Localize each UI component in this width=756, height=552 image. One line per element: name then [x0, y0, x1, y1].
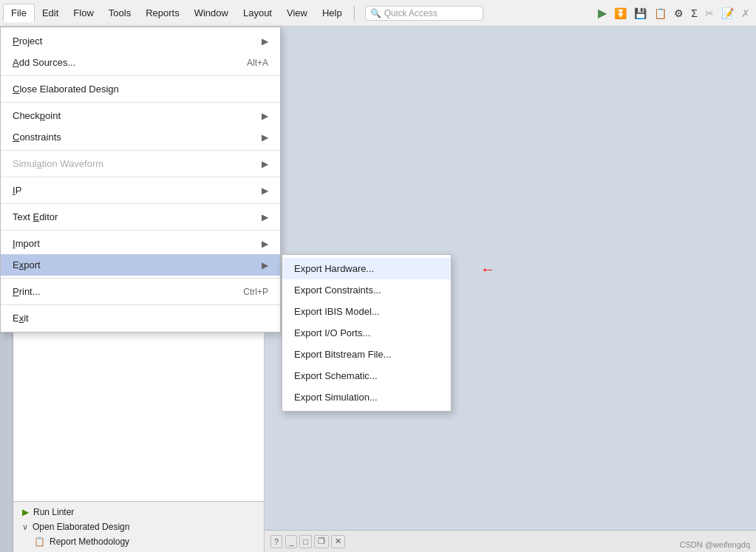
- open-elab-item[interactable]: ∨ Open Elaborated Design: [19, 519, 258, 534]
- close-button-right[interactable]: ✕: [331, 535, 345, 548]
- submenu-export-bitstream[interactable]: Export Bitstream File...: [282, 344, 451, 365]
- submenu-export-hardware[interactable]: Export Hardware... ←: [282, 258, 451, 279]
- submenu-export-constraints[interactable]: Export Constraints...: [282, 279, 451, 301]
- sep4: [1, 177, 280, 177]
- menubar-separator: [354, 6, 355, 21]
- menu-file[interactable]: File: [3, 4, 35, 22]
- toolbar-area: ▶ ⏬ 💾 📋 ⚙ Σ ✂ 📝 ✗: [595, 4, 753, 21]
- run-button[interactable]: ▶: [595, 4, 610, 21]
- report-icon: 📋: [34, 536, 45, 547]
- menu-view[interactable]: View: [279, 4, 315, 21]
- maximize-button-right[interactable]: □: [299, 535, 312, 548]
- menu-sim-waveform: Simulation Waveform ▶: [1, 153, 280, 174]
- menu-window[interactable]: Window: [187, 4, 236, 21]
- sep7: [1, 278, 280, 279]
- menu-import[interactable]: Import ▶: [1, 233, 280, 254]
- paste-button: 📝: [718, 6, 737, 21]
- search-icon: 🔍: [370, 8, 381, 18]
- menu-close-elab[interactable]: Close Elaborated Design: [1, 78, 280, 100]
- delete-button: ✗: [738, 6, 753, 21]
- red-arrow-indicator: ←: [480, 260, 495, 277]
- copy-button[interactable]: 📋: [651, 6, 670, 21]
- help-button-bottom[interactable]: ?: [270, 535, 282, 548]
- submenu-export-schematic[interactable]: Export Schematic...: [282, 365, 451, 386]
- sigma-button[interactable]: Σ: [688, 6, 701, 21]
- run-linter-icon: ▶: [22, 507, 29, 517]
- report-methodology-item[interactable]: 📋 Report Methodology: [19, 534, 258, 549]
- menu-project[interactable]: Project ▶: [1, 30, 280, 52]
- right-window-controls: _ □ ❐ ✕: [285, 535, 345, 548]
- restore-button-right[interactable]: ❐: [314, 535, 329, 548]
- file-menu: Project ▶ Add Sources... Alt+A Close Ela…: [0, 27, 281, 333]
- run-linter-item[interactable]: ▶ Run Linter: [19, 505, 258, 519]
- menu-edit[interactable]: Edit: [35, 4, 66, 21]
- sep3: [1, 150, 280, 151]
- bottom-left-section: ▶ Run Linter ∨ Open Elaborated Design 📋 …: [13, 501, 264, 552]
- open-elab-expand-icon: ∨: [22, 522, 28, 532]
- file-dropdown: Project ▶ Add Sources... Alt+A Close Ela…: [0, 27, 281, 333]
- save-button[interactable]: 💾: [631, 6, 650, 21]
- menu-flow[interactable]: Flow: [66, 4, 101, 21]
- submenu-export-io[interactable]: Export I/O Ports...: [282, 322, 451, 344]
- sep6: [1, 230, 280, 231]
- minimize-button-right[interactable]: _: [285, 535, 297, 548]
- sep1: [1, 75, 280, 76]
- watermark: CSDN @weifengdq: [679, 540, 750, 549]
- settings-button[interactable]: ⚙: [671, 6, 687, 21]
- menu-exit[interactable]: Exit: [1, 307, 280, 329]
- sep5: [1, 203, 280, 204]
- submenu-export-simulation[interactable]: Export Simulation...: [282, 386, 451, 408]
- menu-text-editor[interactable]: Text Editor ▶: [1, 206, 280, 228]
- menu-tools[interactable]: Tools: [101, 4, 138, 21]
- menu-print[interactable]: Print... Ctrl+P: [1, 281, 280, 302]
- menu-checkpoint[interactable]: Checkpoint ▶: [1, 105, 280, 126]
- submenu-export-ibis[interactable]: Export IBIS Model...: [282, 301, 451, 322]
- step-button[interactable]: ⏬: [611, 6, 630, 21]
- sep2: [1, 102, 280, 103]
- menu-constraints[interactable]: Constraints ▶: [1, 126, 280, 148]
- menu-ip[interactable]: IP ▶: [1, 180, 280, 201]
- menu-reports[interactable]: Reports: [138, 4, 187, 21]
- menu-add-sources[interactable]: Add Sources... Alt+A: [1, 52, 280, 73]
- bottom-right-bar: ? _ □ ❐ ✕ CSDN @weifengdq: [265, 530, 756, 552]
- sep8: [1, 304, 280, 305]
- quick-access-search[interactable]: 🔍 Quick Access: [365, 6, 483, 21]
- menu-layout[interactable]: Layout: [236, 4, 279, 21]
- menu-help[interactable]: Help: [315, 4, 350, 21]
- menubar: File Edit Flow Tools Reports Window Layo…: [0, 0, 756, 27]
- menu-export[interactable]: Export ▶ Export Hardware... ← Export Con…: [1, 254, 280, 276]
- cut-button: ✂: [702, 6, 717, 21]
- export-submenu: Export Hardware... ← Export Constraints.…: [282, 254, 452, 412]
